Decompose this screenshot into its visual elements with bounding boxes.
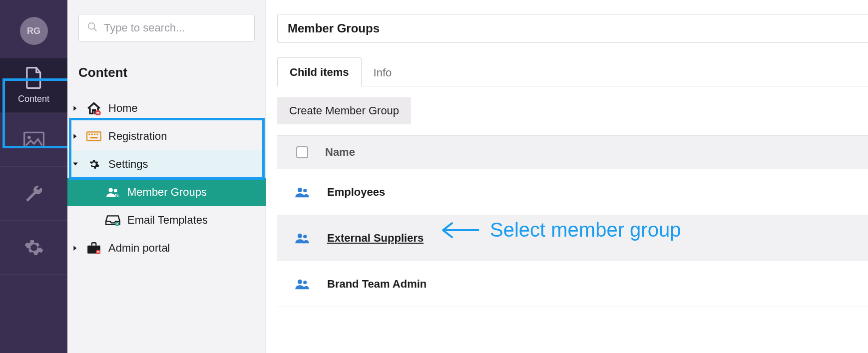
select-all-checkbox[interactable]	[296, 146, 308, 158]
rail-media[interactable]	[0, 113, 67, 167]
tree-label: Registration	[108, 130, 167, 143]
svg-point-22	[303, 234, 307, 238]
svg-point-23	[298, 279, 302, 284]
rail-settings[interactable]	[0, 221, 67, 275]
tree-label: Member Groups	[127, 186, 207, 199]
tree-node-registration[interactable]: Registration	[67, 122, 266, 150]
caret-right-icon	[71, 245, 79, 251]
caret-down-icon	[71, 162, 79, 167]
gear-icon	[86, 158, 101, 171]
content-tree: Home Registration Settings	[67, 94, 266, 262]
main-pane: Child items Info Create Member Group Nam…	[266, 0, 868, 353]
users-icon	[292, 278, 312, 290]
left-rail: RG Content	[0, 0, 67, 353]
row-name[interactable]: Employees	[327, 186, 385, 199]
rail-content[interactable]: Content	[0, 58, 67, 113]
search-box[interactable]	[78, 14, 255, 42]
create-member-group-button[interactable]: Create Member Group	[277, 97, 411, 124]
rail-tools[interactable]	[0, 167, 67, 221]
tab-label: Child items	[290, 66, 349, 78]
column-header-name: Name	[325, 146, 355, 159]
svg-line-3	[94, 28, 97, 31]
keyboard-icon	[86, 131, 101, 141]
wrench-icon	[23, 183, 44, 204]
caret-right-icon	[71, 133, 79, 139]
toolbar: Create Member Group	[277, 86, 868, 135]
grid-row-employees[interactable]: Employees	[277, 169, 868, 215]
briefcase-icon	[86, 242, 101, 255]
tree-node-home[interactable]: Home	[67, 94, 266, 122]
grid-row-external-suppliers[interactable]: External Suppliers	[277, 215, 868, 261]
users-icon	[105, 187, 120, 198]
tab-label: Info	[374, 66, 392, 79]
svg-rect-6	[87, 132, 101, 140]
tree-node-email-templates[interactable]: Email Templates	[67, 206, 266, 234]
tree-node-settings[interactable]: Settings	[67, 150, 266, 178]
svg-point-20	[303, 188, 307, 192]
rail-label-content: Content	[18, 94, 49, 104]
tree-title: Content	[67, 56, 266, 94]
svg-rect-18	[97, 251, 99, 252]
tree-label: Home	[108, 102, 138, 115]
search-input[interactable]	[104, 21, 246, 34]
svg-rect-7	[88, 134, 90, 135]
tree-label: Settings	[108, 158, 148, 171]
svg-rect-9	[94, 134, 95, 135]
image-icon	[23, 131, 44, 148]
gear-icon	[24, 238, 44, 258]
svg-rect-10	[96, 134, 98, 135]
svg-point-1	[27, 136, 30, 139]
svg-point-12	[108, 188, 113, 192]
tree-node-member-groups[interactable]: Member Groups	[67, 178, 266, 206]
svg-point-24	[303, 280, 307, 284]
row-name[interactable]: Brand Team Admin	[327, 278, 427, 291]
tree-node-admin-portal[interactable]: Admin portal	[67, 234, 266, 262]
row-name[interactable]: External Suppliers	[327, 232, 424, 245]
button-label: Create Member Group	[289, 104, 399, 117]
svg-point-2	[88, 22, 95, 29]
inbox-icon	[105, 214, 120, 226]
grid-row-brand-team-admin[interactable]: Brand Team Admin	[277, 261, 868, 307]
search-icon	[87, 21, 98, 35]
grid-header: Name	[277, 135, 868, 169]
tree-label: Admin portal	[108, 242, 170, 255]
tree-pane: Content Home Registration	[67, 0, 266, 353]
tree-label: Email Templates	[127, 214, 208, 227]
svg-point-19	[298, 187, 302, 192]
avatar-initials: RG	[27, 26, 40, 36]
tab-child-items[interactable]: Child items	[277, 57, 362, 86]
document-icon	[24, 67, 43, 89]
caret-right-icon	[71, 105, 79, 111]
users-icon	[292, 232, 312, 244]
home-icon	[86, 101, 101, 115]
svg-point-13	[114, 189, 117, 192]
svg-point-21	[298, 233, 302, 238]
svg-rect-8	[91, 134, 93, 135]
svg-rect-5	[96, 112, 99, 113]
tab-strip: Child items Info	[277, 57, 868, 86]
users-icon	[292, 186, 312, 198]
tab-info[interactable]: Info	[362, 58, 404, 86]
page-title-input[interactable]	[277, 14, 868, 43]
avatar[interactable]: RG	[20, 17, 48, 45]
svg-rect-11	[90, 137, 98, 138]
